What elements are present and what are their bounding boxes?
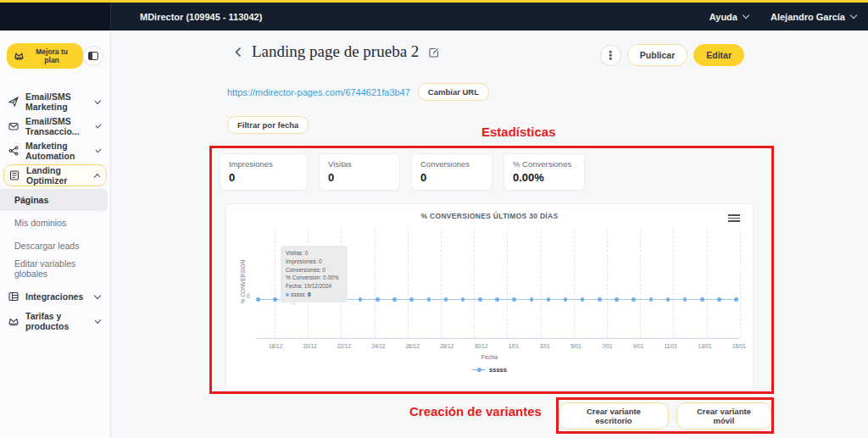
create-mobile-variant-button[interactable]: Crear variante móvil [676, 402, 771, 430]
sidebar-subitem-descargar-leads[interactable]: Descargar leads [0, 235, 110, 257]
user-menu[interactable]: Alejandro García [771, 12, 856, 22]
stat-value: 0.00% [513, 171, 576, 184]
gridline [640, 228, 641, 338]
gridline [441, 228, 442, 338]
landing-page-url-link[interactable]: https://mdirector-pages.com/6744621fa3b4… [227, 87, 410, 97]
sidebar-item-landing-optimizer[interactable]: Landing Optimizer [3, 164, 107, 186]
data-point[interactable] [547, 297, 551, 302]
chart-y-axis-label: % CONVERSIÓN [240, 244, 246, 320]
sidebar-subitem-label: Editar variables globales [14, 258, 110, 279]
sidebar-subitem-label: Mis dominios [14, 218, 66, 228]
change-url-button[interactable]: Cambiar URL [418, 83, 489, 101]
panel-icon [88, 52, 98, 60]
stat-value: 0 [328, 171, 391, 184]
kebab-menu-icon [609, 54, 612, 57]
x-tick-label: 9/01 [633, 343, 644, 349]
data-point[interactable] [256, 297, 260, 302]
edit-title-button[interactable] [427, 46, 441, 59]
gridline [673, 228, 674, 338]
chevron-left-icon [235, 47, 242, 58]
x-tick-label: 13/01 [698, 343, 711, 349]
sidebar-item-email-sms-transaccional[interactable]: Email/SMS Transaccio... [0, 115, 110, 137]
more-options-button[interactable] [600, 45, 621, 66]
help-menu[interactable]: Ayuda [709, 12, 748, 22]
send-icon [8, 97, 19, 108]
sidebar-subitem-label: Descargar leads [14, 241, 79, 251]
tooltip-line: Impresiones: 0 [286, 258, 342, 266]
sidebar-item-label: Landing Optimizer [26, 165, 89, 186]
data-point[interactable] [598, 297, 602, 302]
pages-icon [9, 170, 20, 181]
stat-label: Conversiones [420, 159, 483, 169]
x-tick-label: 15/01 [732, 343, 746, 349]
data-point[interactable] [444, 297, 448, 302]
data-point[interactable] [581, 297, 585, 302]
edit-button[interactable]: Editar [693, 44, 744, 66]
data-point[interactable] [564, 297, 568, 302]
chevron-down-icon [743, 12, 749, 19]
gridline [574, 228, 575, 338]
gridline [740, 228, 741, 338]
chart-export-menu-button[interactable] [728, 213, 740, 223]
x-tick-label: 28/12 [440, 343, 453, 349]
data-point[interactable] [392, 297, 397, 302]
data-point[interactable] [478, 297, 482, 302]
chevron-down-icon [94, 291, 101, 298]
sidebar-collapse-button[interactable] [83, 46, 103, 66]
sidebar-item-label: Email/SMS Marketing [25, 91, 90, 112]
gridline [541, 228, 542, 338]
tooltip-series-label: sssss: [291, 291, 306, 299]
chart-y-tick: 0 [247, 293, 250, 299]
data-point[interactable] [649, 297, 654, 302]
sidebar-subitem-mis-dominios[interactable]: Mis dominios [0, 212, 110, 234]
stat-label: % Conversiones [513, 159, 576, 169]
data-point[interactable] [495, 297, 499, 302]
data-point[interactable] [512, 297, 516, 302]
back-button[interactable] [233, 45, 243, 59]
sidebar-item-email-sms-marketing[interactable]: Email/SMS Marketing [0, 91, 110, 113]
sidebar-item-integraciones[interactable]: Integraciones [0, 286, 110, 308]
sidebar-item-marketing-automation[interactable]: Marketing Automation [0, 140, 110, 162]
crown-icon [8, 316, 19, 327]
data-point[interactable] [632, 297, 636, 302]
help-label: Ayuda [709, 12, 737, 22]
data-point[interactable] [273, 297, 277, 302]
data-point[interactable] [530, 297, 534, 302]
gridline [707, 228, 708, 338]
stat-label: Impresiones [229, 159, 298, 169]
chart-tooltip: Visitas: 0Impresiones: 0Conversiones: 0%… [281, 246, 348, 302]
automation-icon [8, 146, 19, 157]
conversions-chart: % CONVERSIONES ÚLTIMOS 30 DÍAS % CONVERS… [225, 203, 754, 391]
chart-x-axis-line [256, 338, 739, 339]
data-point[interactable] [376, 297, 380, 302]
data-point[interactable] [717, 297, 721, 302]
data-point[interactable] [359, 297, 363, 302]
data-point[interactable] [409, 297, 414, 302]
data-point[interactable] [700, 297, 704, 302]
sidebar-subitem-editar-variables[interactable]: Editar variables globales [0, 258, 110, 280]
tooltip-line: Conversiones: 0 [286, 266, 342, 274]
sidebar-subitem-paginas[interactable]: Páginas [0, 189, 108, 211]
sidebar-item-tarifas-productos[interactable]: Tarifas y productos [0, 310, 110, 332]
stat-value: 0 [229, 171, 298, 184]
data-point[interactable] [683, 297, 687, 302]
publish-button[interactable]: Publicar [627, 44, 687, 66]
create-desktop-variant-button[interactable]: Crear variante escritorio [559, 402, 669, 430]
data-point[interactable] [427, 297, 431, 302]
data-point[interactable] [615, 297, 619, 302]
data-point[interactable] [734, 297, 738, 302]
chart-legend[interactable]: sssss [226, 366, 753, 374]
chart-x-axis-title: Fecha [226, 354, 753, 360]
data-point[interactable] [461, 297, 465, 302]
x-tick-label: 24/12 [371, 343, 385, 349]
user-name: Alejandro García [771, 12, 845, 22]
edit-pencil-icon [429, 47, 439, 58]
legend-marker-icon [472, 369, 486, 370]
upgrade-plan-button[interactable]: Mejora tu plan [7, 43, 83, 69]
sidebar-subitem-label: Páginas [14, 195, 48, 205]
filter-by-date-button[interactable]: Filtrar por fecha [227, 116, 309, 134]
stat-label: Visitas [328, 159, 391, 169]
tooltip-line: Fecha: 19/12/2024 [286, 282, 342, 291]
gridline [375, 228, 376, 338]
data-point[interactable] [666, 297, 670, 302]
